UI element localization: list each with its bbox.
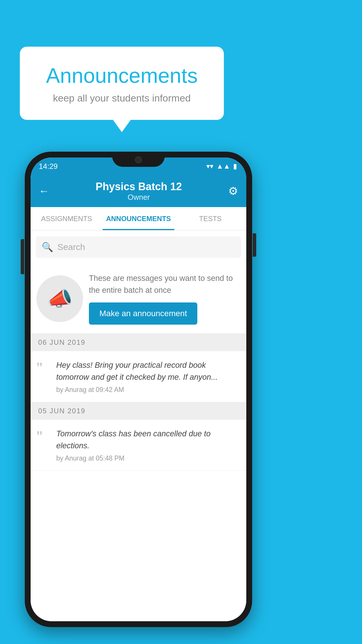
- wifi-icon: ▾▾: [206, 162, 213, 170]
- phone-notch: [112, 152, 165, 167]
- announcement-message-1: Hey class! Bring your practical record b…: [56, 359, 240, 383]
- announcement-message-2: Tomorrow's class has been cancelled due …: [56, 428, 240, 452]
- speech-bubble-container: Announcements keep all your students inf…: [20, 47, 224, 120]
- announcement-content-1: Hey class! Bring your practical record b…: [56, 359, 240, 394]
- quote-icon-2: ": [36, 429, 51, 444]
- speech-bubble: Announcements keep all your students inf…: [20, 47, 224, 120]
- tab-announcements[interactable]: ANNOUNCEMENTS: [103, 207, 175, 230]
- phone-mockup: 14:29 ▾▾ ▲▲ ▮ ← Physics Batch 12 Owner ⚙: [25, 152, 252, 627]
- promo-section: 📣 These are messages you want to send to…: [31, 264, 246, 334]
- tabs-container: ASSIGNMENTS ANNOUNCEMENTS TESTS: [31, 207, 246, 230]
- content-area: 🔍 Search 📣 These are messages you want t…: [31, 230, 246, 621]
- app-header: ← Physics Batch 12 Owner ⚙: [31, 175, 246, 207]
- tab-tests[interactable]: TESTS: [174, 207, 246, 230]
- date-separator-1: 06 JUN 2019: [31, 334, 246, 351]
- promo-right: These are messages you want to send to t…: [89, 272, 240, 325]
- megaphone-icon: 📣: [47, 287, 73, 311]
- phone-outer: 14:29 ▾▾ ▲▲ ▮ ← Physics Batch 12 Owner ⚙: [25, 152, 252, 627]
- announcement-meta-2: by Anurag at 05:48 PM: [56, 454, 240, 462]
- status-time: 14:29: [39, 162, 58, 171]
- date-separator-2: 05 JUN 2019: [31, 402, 246, 420]
- quote-icon-1: ": [36, 360, 51, 376]
- search-icon: 🔍: [42, 242, 53, 253]
- header-subtitle: Owner: [96, 193, 182, 202]
- announcement-item-1[interactable]: " Hey class! Bring your practical record…: [31, 351, 246, 402]
- search-bar[interactable]: 🔍 Search: [36, 236, 241, 258]
- search-placeholder: Search: [57, 242, 85, 252]
- tab-assignments[interactable]: ASSIGNMENTS: [31, 207, 103, 230]
- bubble-title: Announcements: [34, 64, 209, 87]
- phone-camera: [135, 156, 142, 163]
- bubble-subtitle: keep all your students informed: [34, 92, 209, 104]
- announcement-item-2[interactable]: " Tomorrow's class has been cancelled du…: [31, 420, 246, 471]
- back-button[interactable]: ←: [39, 185, 49, 197]
- announcement-content-2: Tomorrow's class has been cancelled due …: [56, 428, 240, 462]
- battery-icon: ▮: [233, 162, 237, 170]
- promo-description: These are messages you want to send to t…: [89, 272, 240, 296]
- make-announcement-button[interactable]: Make an announcement: [89, 302, 197, 325]
- announcement-meta-1: by Anurag at 09:42 AM: [56, 386, 240, 394]
- settings-icon[interactable]: ⚙: [228, 185, 238, 197]
- phone-screen: 14:29 ▾▾ ▲▲ ▮ ← Physics Batch 12 Owner ⚙: [31, 158, 246, 621]
- promo-icon-circle: 📣: [36, 275, 83, 322]
- status-icons: ▾▾ ▲▲ ▮: [206, 162, 237, 170]
- signal-icon: ▲▲: [216, 162, 230, 170]
- header-title: Physics Batch 12: [96, 181, 182, 193]
- header-center: Physics Batch 12 Owner: [96, 181, 182, 202]
